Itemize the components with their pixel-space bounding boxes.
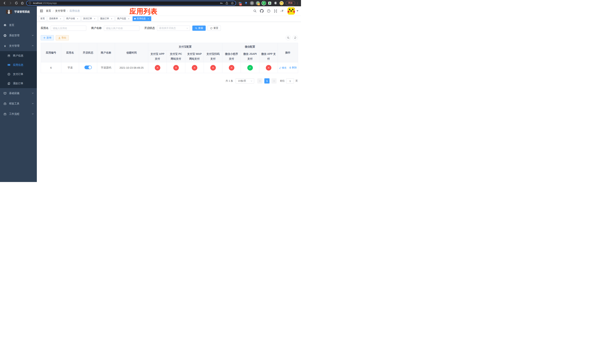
sidebar-menu: 首页 系统管理 ¥ 支付管理 bbox=[0, 17, 37, 119]
status-select-placeholder: 请选择开启状态 bbox=[159, 26, 176, 30]
extension-grid-icon[interactable]: 10 bbox=[237, 0, 243, 6]
tag-app-info[interactable]: 应用信息× bbox=[133, 16, 151, 21]
search-icon bbox=[287, 36, 290, 39]
sidebar-label: 工作流程 bbox=[9, 112, 32, 116]
sidebar-item-app-info[interactable]: 应用信息 bbox=[0, 60, 37, 70]
share-icon[interactable] bbox=[226, 2, 228, 5]
forward-icon[interactable] bbox=[7, 0, 13, 6]
refresh-table-button[interactable] bbox=[293, 35, 298, 40]
briefcase-icon bbox=[3, 113, 7, 116]
extensions-puzzle-icon[interactable] bbox=[273, 0, 278, 6]
delete-button[interactable]: 删除 bbox=[289, 66, 297, 69]
add-button-label: 新增 bbox=[46, 36, 51, 39]
proxy-extension-icon[interactable]: 1 bbox=[255, 0, 260, 6]
sidebar-item-payment[interactable]: ¥ 支付管理 bbox=[0, 41, 37, 51]
reload-icon[interactable] bbox=[13, 0, 19, 6]
reset-button-label: 重置 bbox=[214, 26, 218, 30]
home-icon[interactable] bbox=[19, 0, 25, 6]
navbar: 首页 / 支付管理 / 应用信息 应用列表 ? bbox=[37, 6, 301, 16]
sidebar-item-refund-order[interactable]: 退款订单 bbox=[0, 79, 37, 88]
close-icon[interactable]: × bbox=[59, 17, 62, 20]
tag-label: 首页 bbox=[40, 17, 45, 20]
prev-page-button[interactable] bbox=[257, 78, 262, 84]
search-icon[interactable] bbox=[252, 8, 258, 14]
breadcrumb-section[interactable]: 支付管理 bbox=[55, 9, 65, 13]
browser-nav-buttons bbox=[0, 0, 25, 6]
document-copy-icon bbox=[7, 82, 10, 85]
tag-merchant-info[interactable]: 商户信息× bbox=[116, 16, 132, 21]
active-dot bbox=[134, 18, 136, 20]
cross-circle-icon bbox=[210, 65, 216, 71]
help-icon[interactable]: ? bbox=[266, 8, 271, 14]
logo-row[interactable]: 芋道管理系统 bbox=[0, 6, 37, 17]
close-icon[interactable]: × bbox=[93, 17, 96, 20]
sidebar-item-dev-tools[interactable]: 研发工具 bbox=[0, 98, 37, 109]
sidebar-item-system[interactable]: 系统管理 bbox=[0, 30, 37, 41]
close-icon[interactable]: × bbox=[110, 17, 113, 20]
sidebar-item-workflow[interactable]: 工作流程 bbox=[0, 109, 37, 119]
app-name-label: 应用名 bbox=[41, 26, 49, 30]
tag-user-group[interactable]: 用户分组× bbox=[64, 16, 81, 21]
tag-process-form[interactable]: 流程表单× bbox=[47, 16, 64, 21]
breadcrumb-home[interactable]: 首页 bbox=[46, 9, 51, 13]
col-header-wechat-app: 微信 APP 支付 bbox=[259, 50, 278, 62]
goto-label: 前往 bbox=[280, 79, 285, 83]
bookmark-star-icon[interactable] bbox=[231, 2, 234, 5]
github-icon[interactable] bbox=[259, 8, 265, 14]
command-extension-icon[interactable]: ⌘ bbox=[249, 0, 255, 6]
sidebar-item-infra[interactable]: 基础设施 bbox=[0, 88, 37, 98]
tag-pay-order[interactable]: 支付订单× bbox=[81, 16, 97, 21]
add-button[interactable]: 新增 bbox=[41, 35, 54, 40]
tag-home[interactable]: 首页 bbox=[39, 16, 46, 21]
close-icon[interactable]: × bbox=[76, 17, 79, 20]
sidebar-item-merchant[interactable]: 商户信息 bbox=[0, 51, 37, 60]
sidebar-item-home[interactable]: 首页 bbox=[0, 20, 37, 30]
status-select[interactable]: 请选择开启状态 bbox=[157, 26, 190, 31]
url-bar[interactable]: localhost:1024/pay/app bbox=[26, 1, 236, 6]
show-search-toggle-button[interactable] bbox=[286, 35, 291, 40]
reset-button[interactable]: 重置 bbox=[207, 26, 221, 31]
sidebar-item-pay-order[interactable]: 支付订单 bbox=[0, 70, 37, 79]
chrome-update-button[interactable]: 更新 bbox=[286, 1, 295, 5]
merchant-name-input[interactable] bbox=[104, 26, 140, 31]
delete-label: 删除 bbox=[292, 66, 297, 69]
chevron-up-icon bbox=[32, 44, 34, 47]
edit-label: 修改 bbox=[282, 66, 287, 69]
status-toggle[interactable] bbox=[85, 65, 92, 69]
payment-submenu: 商户信息 应用信息 支付订单 bbox=[0, 51, 37, 88]
goto-page-input[interactable] bbox=[286, 78, 294, 84]
app-name-input[interactable] bbox=[51, 26, 86, 31]
fullscreen-icon[interactable] bbox=[273, 8, 278, 14]
kite-extension-icon[interactable] bbox=[243, 0, 249, 6]
chrome-menu-icon[interactable]: ⋮ bbox=[296, 2, 300, 5]
tags-view: 首页 流程表单× 用户分组× 支付订单× 退款订单× 商户信息× 应用信息× bbox=[37, 16, 301, 22]
y-extension-icon[interactable]: Y bbox=[261, 0, 266, 6]
site-info-icon[interactable] bbox=[29, 2, 31, 4]
notes-extension-icon[interactable] bbox=[267, 0, 272, 6]
chevron-down-icon bbox=[250, 80, 252, 82]
page-size-select[interactable]: 10条/页 bbox=[236, 78, 254, 84]
edit-pencil-icon bbox=[279, 67, 281, 69]
search-button[interactable]: 搜索 bbox=[192, 26, 206, 31]
main-area: 首页 / 支付管理 / 应用信息 应用列表 ? bbox=[37, 6, 301, 182]
sidebar-fold-icon[interactable] bbox=[37, 9, 46, 13]
user-avatar[interactable] bbox=[288, 7, 298, 15]
page-number-1[interactable]: 1 bbox=[264, 78, 269, 84]
font-size-icon[interactable]: TT bbox=[280, 8, 285, 14]
cell-app-id: 6 bbox=[41, 62, 61, 73]
export-button[interactable]: 导出 bbox=[56, 35, 69, 40]
password-key-icon[interactable] bbox=[220, 2, 223, 5]
cell-wechat-mini bbox=[222, 62, 241, 73]
close-icon[interactable]: × bbox=[147, 17, 150, 20]
profile-avatar-icon[interactable] bbox=[279, 0, 284, 6]
close-icon[interactable]: × bbox=[127, 17, 130, 20]
sidebar-label: 研发工具 bbox=[9, 102, 32, 105]
monitor-chart-icon bbox=[3, 92, 7, 95]
shop-icon bbox=[7, 54, 10, 57]
url-text: localhost:1024/pay/app bbox=[33, 2, 57, 4]
tag-label: 商户信息 bbox=[117, 17, 126, 20]
back-icon[interactable] bbox=[1, 0, 7, 6]
tag-refund-order[interactable]: 退款订单× bbox=[98, 16, 115, 21]
next-page-button[interactable] bbox=[271, 78, 277, 84]
edit-button[interactable]: 修改 bbox=[279, 66, 287, 69]
